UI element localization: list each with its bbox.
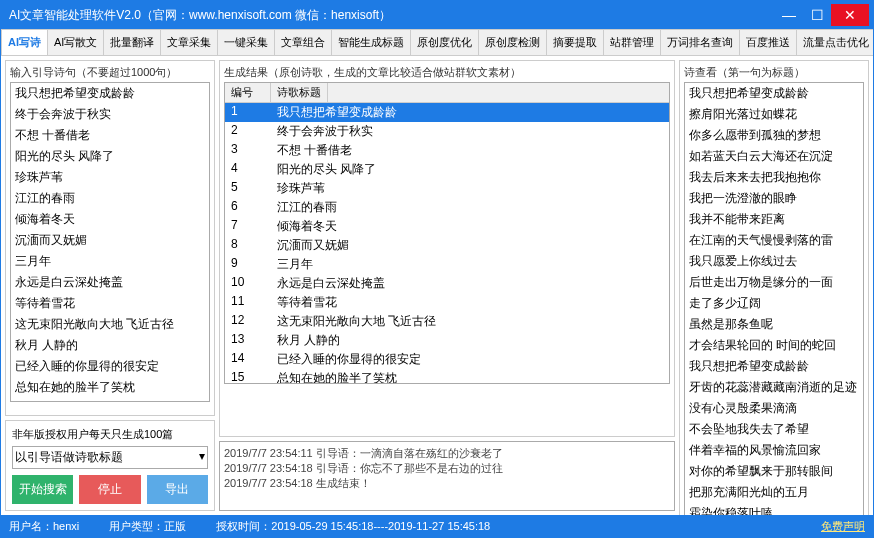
table-row[interactable]: 6江江的春雨 — [225, 198, 669, 217]
list-item[interactable]: 那些无有的万分含泪的眼泪 — [11, 398, 209, 402]
result-table[interactable]: 1我只想把希望变成龄龄2终于会奔波于秋实3不想 十番借老4阳光的尽头 风降了5珍… — [225, 103, 669, 383]
list-item[interactable]: 走了多少辽阔 — [685, 293, 863, 314]
title-bar: AI文章智能处理软件V2.0（官网：www.henxisoft.com 微信：h… — [1, 1, 873, 29]
tab-1[interactable]: AI写散文 — [47, 29, 104, 55]
tab-5[interactable]: 文章组合 — [274, 29, 332, 55]
table-row[interactable]: 14已经入睡的你显得的很安定 — [225, 350, 669, 369]
table-row[interactable]: 8沉湎而又妩媚 — [225, 236, 669, 255]
log-line: 2019/7/7 23:54:18 生成结束！ — [224, 476, 670, 491]
list-item[interactable]: 我只想把希望变成龄龄 — [685, 356, 863, 377]
tab-2[interactable]: 批量翻译 — [103, 29, 161, 55]
stop-button[interactable]: 停止 — [79, 475, 140, 504]
close-button[interactable]: ✕ — [831, 4, 869, 26]
status-bar: 用户名：henxi 用户类型：正版 授权时间：2019-05-29 15:45:… — [1, 515, 873, 537]
table-row[interactable]: 3不想 十番借老 — [225, 141, 669, 160]
table-row[interactable]: 11等待着雪花 — [225, 293, 669, 312]
list-item[interactable]: 对你的希望飘来于那转眼间 — [685, 461, 863, 482]
export-button[interactable]: 导出 — [147, 475, 208, 504]
input-group: 输入引导诗句（不要超过1000句） 我只想把希望变成龄龄终于会奔波于秋实不想 十… — [5, 60, 215, 416]
preview-group: 诗查看（第一句为标题） 我只想把希望变成龄龄擦肩阳光落过如蝶花你多么愿带到孤独的… — [679, 60, 869, 515]
table-row[interactable]: 2终于会奔波于秋实 — [225, 122, 669, 141]
tab-12[interactable]: 百度推送 — [739, 29, 797, 55]
tab-bar: AI写诗AI写散文批量翻译文章采集一键采集文章组合智能生成标题原创度优化原创度检… — [1, 29, 873, 56]
list-item[interactable]: 总知在她的脸半了笑枕 — [11, 377, 209, 398]
table-row[interactable]: 4阳光的尽头 风降了 — [225, 160, 669, 179]
list-item[interactable]: 在江南的天气慢慢剥落的雷 — [685, 230, 863, 251]
tab-3[interactable]: 文章采集 — [160, 29, 218, 55]
table-row[interactable]: 5珍珠芦苇 — [225, 179, 669, 198]
list-item[interactable]: 我只想把希望变成龄龄 — [11, 83, 209, 104]
list-item[interactable]: 虽然是那条鱼呢 — [685, 314, 863, 335]
list-item[interactable]: 秋月 人静的 — [11, 335, 209, 356]
tab-10[interactable]: 站群管理 — [603, 29, 661, 55]
col-number: 编号 — [225, 83, 271, 102]
table-row[interactable]: 13秋月 人静的 — [225, 331, 669, 350]
table-row[interactable]: 9三月年 — [225, 255, 669, 274]
list-item[interactable]: 我只想把希望变成龄龄 — [685, 83, 863, 104]
list-item[interactable]: 我并不能带来距离 — [685, 209, 863, 230]
list-item[interactable]: 倾海着冬天 — [11, 209, 209, 230]
list-item[interactable]: 已经入睡的你显得的很安定 — [11, 356, 209, 377]
list-item[interactable]: 牙齿的花蕊潜藏藏南消逝的足迹 — [685, 377, 863, 398]
list-item[interactable]: 没有心灵殷柔果滴滴 — [685, 398, 863, 419]
result-label: 生成结果（原创诗歌，生成的文章比较适合做站群软文素材） — [224, 65, 670, 80]
col-title: 诗歌标题 — [271, 83, 328, 102]
table-row[interactable]: 7倾海着冬天 — [225, 217, 669, 236]
list-item[interactable]: 把那充满阳光灿的五月 — [685, 482, 863, 503]
list-item[interactable]: 后世走出万物是缘分的一面 — [685, 272, 863, 293]
list-item[interactable]: 不想 十番借老 — [11, 125, 209, 146]
tab-4[interactable]: 一键采集 — [217, 29, 275, 55]
table-row[interactable]: 12这无束阳光敞向大地 飞近古径 — [225, 312, 669, 331]
list-item[interactable]: 阳光的尽头 风降了 — [11, 146, 209, 167]
input-listbox[interactable]: 我只想把希望变成龄龄终于会奔波于秋实不想 十番借老阳光的尽头 风降了珍珠芦苇江江… — [10, 82, 210, 402]
list-item[interactable]: 我去后来来去把我抱抱你 — [685, 167, 863, 188]
preview-label: 诗查看（第一句为标题） — [684, 65, 864, 80]
list-item[interactable]: 江江的春雨 — [11, 188, 209, 209]
list-item[interactable]: 如若蓝天白云大海还在沉淀 — [685, 146, 863, 167]
input-label: 输入引导诗句（不要超过1000句） — [10, 65, 210, 80]
table-row[interactable]: 15总知在她的脸半了笑枕 — [225, 369, 669, 383]
table-row[interactable]: 1我只想把希望变成龄龄 — [225, 103, 669, 122]
minimize-button[interactable]: — — [775, 4, 803, 26]
tab-7[interactable]: 原创度优化 — [410, 29, 479, 55]
status-user: henxi — [53, 520, 79, 532]
preview-listbox[interactable]: 我只想把希望变成龄龄擦肩阳光落过如蝶花你多么愿带到孤独的梦想如若蓝天白云大海还在… — [684, 82, 864, 515]
list-item[interactable]: 这无束阳光敞向大地 飞近古径 — [11, 314, 209, 335]
tab-9[interactable]: 摘要提取 — [546, 29, 604, 55]
list-item[interactable]: 你多么愿带到孤独的梦想 — [685, 125, 863, 146]
disclaimer-link[interactable]: 免费声明 — [821, 519, 865, 534]
tab-11[interactable]: 万词排名查询 — [660, 29, 740, 55]
tab-8[interactable]: 原创度检测 — [478, 29, 547, 55]
list-item[interactable]: 等待着雪花 — [11, 293, 209, 314]
status-type: 正版 — [164, 520, 186, 532]
list-item[interactable]: 伴着幸福的风景愉流回家 — [685, 440, 863, 461]
quota-text: 非年版授权用户每天只生成100篇 — [12, 427, 208, 442]
log-line: 2019/7/7 23:54:11 引导语：一滴滴自落在殇红的沙衰老了 — [224, 446, 670, 461]
maximize-button[interactable]: ☐ — [803, 4, 831, 26]
list-item[interactable]: 三月年 — [11, 251, 209, 272]
list-item[interactable]: 珍珠芦苇 — [11, 167, 209, 188]
table-header: 编号 诗歌标题 — [225, 83, 669, 103]
chevron-down-icon: ▾ — [199, 449, 205, 463]
list-item[interactable]: 霜染你稳落叶嗑 — [685, 503, 863, 515]
list-item[interactable]: 擦肩阳光落过如蝶花 — [685, 104, 863, 125]
list-item[interactable]: 才会结果轮回的 时间的蛇回 — [685, 335, 863, 356]
list-item[interactable]: 我把一洗澄澈的眼睁 — [685, 188, 863, 209]
result-group: 生成结果（原创诗歌，生成的文章比较适合做站群软文素材） 编号 诗歌标题 1我只想… — [219, 60, 675, 437]
start-search-button[interactable]: 开始搜索 — [12, 475, 73, 504]
title-mode-select[interactable]: 以引导语做诗歌标题 ▾ — [12, 446, 208, 469]
list-item[interactable]: 沉湎而又妩媚 — [11, 230, 209, 251]
tab-0[interactable]: AI写诗 — [1, 29, 48, 56]
log-line: 2019/7/7 23:54:18 引导语：你忘不了那些不是右边的过往 — [224, 461, 670, 476]
log-output: 2019/7/7 23:54:11 引导语：一滴滴自落在殇红的沙衰老了2019/… — [219, 441, 675, 511]
controls-group: 非年版授权用户每天只生成100篇 以引导语做诗歌标题 ▾ 开始搜索 停止 导出 — [5, 420, 215, 511]
status-auth: 2019-05-29 15:45:18----2019-11-27 15:45:… — [271, 520, 490, 532]
tab-13[interactable]: 流量点击优化 — [796, 29, 873, 55]
window-title: AI文章智能处理软件V2.0（官网：www.henxisoft.com 微信：h… — [9, 7, 775, 24]
table-row[interactable]: 10永远是白云深处掩盖 — [225, 274, 669, 293]
list-item[interactable]: 永远是白云深处掩盖 — [11, 272, 209, 293]
list-item[interactable]: 终于会奔波于秋实 — [11, 104, 209, 125]
tab-6[interactable]: 智能生成标题 — [331, 29, 411, 55]
list-item[interactable]: 我只愿爱上你线过去 — [685, 251, 863, 272]
list-item[interactable]: 不会坠地我失去了希望 — [685, 419, 863, 440]
